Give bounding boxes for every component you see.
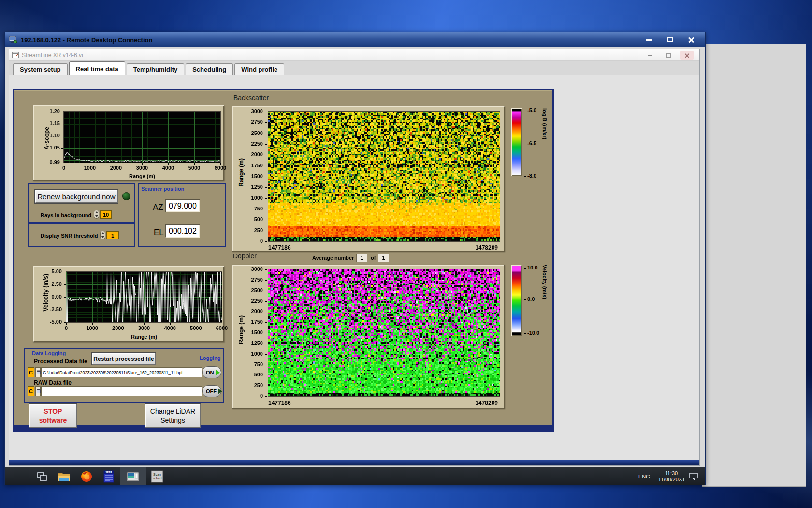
app-maximize-button[interactable]: [662, 51, 675, 60]
ytick-label: 750: [233, 361, 263, 367]
ytick-label: 750: [233, 206, 263, 211]
ytick-label: 2000: [233, 308, 263, 314]
backscatter-cbar-title: log B (/m/sr): [542, 108, 548, 176]
ytick-label: 2250: [233, 141, 263, 147]
tickdash-label: [265, 231, 267, 231]
raw-path-input[interactable]: [41, 386, 202, 396]
rdp-window: 192.168.0.122 - Remote Desktop Connectio…: [4, 32, 706, 485]
backscatter-cbar-mid: -6.5: [524, 140, 536, 146]
ytick-label: 1.10: [34, 133, 60, 138]
snr-threshold-stepper[interactable]: [100, 231, 105, 239]
snr-threshold-value[interactable]: 1: [106, 231, 119, 239]
notification-center-icon[interactable]: [689, 472, 698, 481]
tab-wind-profile[interactable]: Wind profile: [234, 63, 284, 75]
app-titlebar[interactable]: StreamLine XR v14-6.vi: [9, 49, 699, 61]
ytick-label: 500: [233, 372, 263, 377]
off-label: OFF: [206, 388, 217, 394]
ytick-label: 1500: [233, 173, 263, 179]
average-total-value[interactable]: 1: [378, 254, 389, 262]
vi-front-panel: A-scope Range (m) 1.201.151.101.050.9901…: [13, 89, 554, 432]
restart-processed-file-button[interactable]: Restart processed file: [92, 353, 156, 365]
rays-in-background-stepper[interactable]: [94, 210, 99, 219]
tickdash-label: [265, 166, 267, 166]
app-minimize-button[interactable]: [643, 51, 657, 60]
processed-drive-button[interactable]: C: [28, 367, 34, 377]
xtick-label: 6000: [210, 165, 231, 171]
xtick-label: 5000: [185, 325, 206, 331]
processed-path-input[interactable]: C:\Lidar\Data\Proc\2023\202308\20230811\…: [41, 367, 202, 377]
change-lidar-settings-button[interactable]: Change LiDAR Settings: [145, 404, 201, 428]
tickdash-label: [265, 280, 267, 281]
task-view-icon: [37, 472, 47, 481]
task-view-button[interactable]: [31, 467, 53, 485]
seer-app-button[interactable]: SEER: [98, 467, 120, 485]
rdp-close-button[interactable]: [684, 35, 698, 45]
raw-browse-icon[interactable]: [35, 386, 41, 396]
app-window-title: StreamLine XR v14-6.vi: [22, 52, 83, 59]
renew-background-button[interactable]: Renew background now: [35, 190, 118, 203]
file-explorer-button[interactable]: [53, 467, 75, 485]
processed-browse-icon[interactable]: [35, 367, 41, 377]
ytick-label: 2250: [233, 298, 263, 304]
tickdash-label: [265, 333, 267, 333]
language-indicator[interactable]: ENG: [635, 471, 654, 482]
tab-system-setup[interactable]: System setup: [13, 63, 68, 75]
xtickdash-label: [220, 163, 221, 165]
xtick-label: 2000: [105, 165, 127, 171]
doppler-graph: Range (m) 1477186 1478209 30002750250022…: [232, 265, 505, 409]
ytick-label: 500: [233, 216, 263, 222]
rays-in-background-value[interactable]: 10: [100, 210, 112, 219]
velocity-x-axis-label: Range (m): [101, 334, 188, 340]
active-app-button[interactable]: [120, 467, 146, 485]
svg-text:SEER: SEER: [105, 471, 112, 474]
stop-software-button[interactable]: STOP software: [29, 404, 77, 428]
tickdash-label: [265, 375, 267, 375]
backscatter-time-end: 1478209: [475, 244, 498, 251]
xtick-label: 0: [53, 165, 74, 171]
tickdash-label: [265, 344, 267, 344]
doppler-time-end: 1478209: [475, 400, 498, 406]
xtick-label: 2000: [107, 325, 129, 331]
clock-time: 11:30: [658, 470, 684, 477]
raw-logging-off-button[interactable]: OFF: [202, 385, 221, 397]
ytick-label: -2.50: [34, 306, 62, 312]
ytick-label: 2500: [233, 287, 263, 293]
app-close-button[interactable]: [680, 51, 694, 60]
off-led: [218, 388, 222, 394]
scan-scheduler-button[interactable]: Scan sched: [146, 467, 168, 485]
tab-temp-humidity[interactable]: Temp/humidity: [127, 63, 184, 75]
tickdash-label: [61, 148, 63, 149]
tab-scheduling[interactable]: Scheduling: [186, 63, 233, 75]
doppler-time-start: 1477186: [268, 400, 291, 406]
backscatter-colorbar: [511, 108, 522, 176]
backscatter-graph: Range (m) 1477186 1478209 30002750250022…: [232, 106, 505, 252]
clock[interactable]: 11:30 11/08/2023: [658, 470, 684, 483]
system-tray: ENG 11:30 11/08/2023: [635, 467, 705, 485]
rdp-minimize-button[interactable]: [641, 35, 656, 45]
backscatter-plot-area: [268, 112, 500, 241]
tickdash-label: [265, 112, 267, 112]
tickdash-label: [265, 177, 267, 177]
processed-logging-on-button[interactable]: ON: [202, 366, 221, 378]
data-logging-title: Data Logging: [32, 350, 66, 356]
scanner-position-title: Scanner position: [141, 186, 184, 192]
tickdash-label: [61, 136, 63, 136]
xtickdash-label: [142, 163, 143, 165]
average-number-value[interactable]: 1: [356, 254, 367, 262]
el-value-display: 000.102: [165, 224, 200, 238]
ytick-label: 250: [233, 382, 263, 388]
xtick-label: 5000: [184, 165, 205, 171]
tickdash-label: [265, 155, 267, 155]
firefox-button[interactable]: [75, 467, 98, 485]
ytick-label: 0.00: [34, 294, 62, 299]
rdp-titlebar[interactable]: 192.168.0.122 - Remote Desktop Connectio…: [5, 32, 705, 47]
ytick-label: 0: [233, 238, 263, 244]
tab-real-time-data[interactable]: Real time data: [69, 61, 125, 75]
raw-drive-button[interactable]: C: [28, 386, 34, 396]
ytick-label: 1750: [233, 163, 263, 168]
tickdash-label: [265, 134, 267, 134]
ytick-label: 5.00: [34, 269, 62, 274]
average-of-label: of: [371, 255, 376, 261]
tickdash-label: [64, 272, 66, 272]
rdp-maximize-button[interactable]: [663, 35, 677, 45]
